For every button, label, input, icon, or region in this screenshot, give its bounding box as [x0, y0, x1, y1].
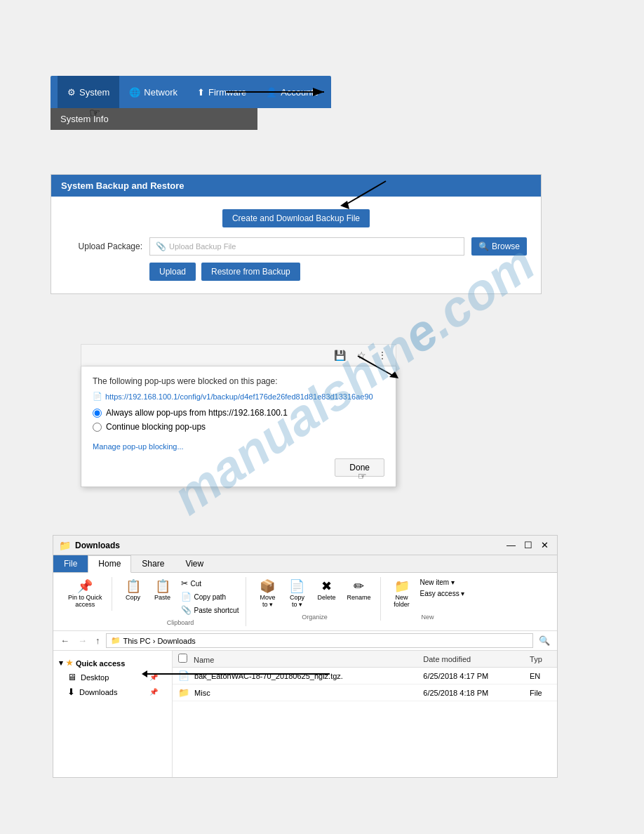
forward-btn[interactable]: →: [75, 634, 90, 647]
move-icon: 📦: [260, 580, 275, 593]
tab-view[interactable]: View: [175, 555, 214, 572]
search-files-btn[interactable]: 🔍: [536, 634, 553, 647]
col-modified-header[interactable]: Date modified: [417, 651, 524, 668]
file-row-0[interactable]: 📄 bak_EatonWAC-18-70_20180625_hglz.tgz. …: [173, 668, 557, 684]
quick-access-section: ▾ ★ Quick access 🖥 Desktop 📌 ⬇ Downloads…: [53, 655, 172, 701]
quick-access-header[interactable]: ▾ ★ Quick access: [53, 656, 172, 670]
backup-section-body: Create and Download Backup File Upload P…: [51, 197, 541, 293]
manage-popup-link[interactable]: Manage pop-up blocking...: [93, 442, 184, 451]
clipboard-small-btns: ✂ Cut 📄 Copy path 📎 Paste shortcut: [178, 577, 242, 616]
tab-share[interactable]: Share: [131, 555, 175, 572]
explorer-title: Downloads: [75, 541, 120, 550]
tab-home[interactable]: Home: [88, 555, 131, 573]
organize-group-label: Organize: [302, 614, 328, 621]
copy-to-btn[interactable]: 📄 Copyto ▾: [283, 577, 311, 611]
pin-to-quick-access-btn[interactable]: 📌 Pin to Quickaccess: [63, 577, 107, 611]
more-options-icon[interactable]: ⋮: [375, 348, 390, 362]
option-continue-blocking[interactable]: Continue blocking pop-ups: [93, 422, 384, 432]
paste-icon: 📋: [155, 580, 170, 593]
popup-link[interactable]: 📄 https://192.168.100.1/config/v1/backup…: [93, 392, 384, 401]
new-small-btns: New item ▾ Easy access ▾: [417, 577, 468, 599]
easy-access-btn[interactable]: Easy access ▾: [417, 588, 468, 599]
upload-input-field[interactable]: 📎 Upload Backup File: [149, 237, 464, 256]
backup-section-header: System Backup and Restore: [51, 175, 541, 197]
maximize-btn[interactable]: ☐: [521, 540, 535, 550]
backup-restore-section: System Backup and Restore Create and Dow…: [51, 174, 542, 294]
file-modified-1: 6/25/2018 4:18 PM: [417, 684, 524, 701]
sidebar-item-desktop[interactable]: 🖥 Desktop 📌: [53, 670, 172, 684]
copy-path-icon: 📄: [181, 592, 192, 602]
pin-indicator-desktop: 📌: [149, 673, 158, 681]
popup-footer: Done: [93, 458, 384, 477]
network-icon: 🌐: [129, 87, 140, 98]
ribbon-tabs: File Home Share View: [53, 555, 557, 573]
browse-btn[interactable]: 🔍 Browse: [471, 237, 527, 256]
nav-item-firmware[interactable]: ⬆ Firmware: [187, 76, 256, 108]
popup-options: Always allow pop-ups from https://192.16…: [93, 408, 384, 432]
desktop-icon: 🖥: [67, 672, 76, 682]
file-list-area: ▾ ★ Quick access 🖥 Desktop 📌 ⬇ Downloads…: [53, 651, 557, 777]
clipboard-group-label: Clipboard: [167, 619, 194, 626]
save-page-icon[interactable]: 💾: [331, 348, 349, 362]
upload-btn[interactable]: Upload: [149, 263, 196, 281]
close-btn[interactable]: ✕: [538, 540, 551, 550]
move-to-btn[interactable]: 📦 Moveto ▾: [253, 577, 281, 611]
file-explorer-section: 📁 Downloads — ☐ ✕ File Home Share View 📌: [53, 535, 558, 778]
file-row-1[interactable]: 📁 Misc 6/25/2018 4:18 PM File: [173, 684, 557, 701]
upload-row: Upload Package: 📎 Upload Backup File 🔍 B…: [65, 237, 527, 256]
create-download-backup-btn[interactable]: Create and Download Backup File: [222, 209, 370, 227]
action-buttons-row: Upload Restore from Backup: [149, 263, 527, 281]
file-icon-0: 📄: [178, 670, 189, 681]
file-modified-0: 6/25/2018 4:17 PM: [417, 668, 524, 684]
select-all-checkbox[interactable]: [178, 654, 187, 663]
cut-btn[interactable]: ✂ Cut: [178, 577, 242, 590]
option-always-allow[interactable]: Always allow pop-ups from https://192.16…: [93, 408, 384, 418]
search-icon: 🔍: [478, 241, 489, 251]
file-name-1: 📁 Misc: [173, 684, 417, 701]
address-bar: ← → ↑ 📁 This PC › Downloads 🔍: [53, 631, 557, 651]
gear-icon: ⚙: [67, 87, 76, 98]
up-btn[interactable]: ↑: [93, 634, 103, 647]
nav-item-system[interactable]: ⚙ System: [58, 76, 119, 108]
tab-file[interactable]: File: [53, 555, 88, 572]
col-name-header[interactable]: Name: [173, 651, 417, 668]
file-icon: 📄: [93, 392, 102, 401]
file-main-area: Name Date modified Typ 📄: [173, 651, 557, 777]
nav-item-network[interactable]: 🌐 Network: [119, 76, 187, 108]
copy-icon: 📋: [126, 580, 141, 593]
back-btn[interactable]: ←: [58, 634, 72, 647]
address-path-bar[interactable]: 📁 This PC › Downloads: [106, 633, 534, 648]
radio-continue-blocking[interactable]: [93, 423, 102, 432]
popup-block: The following pop-ups were blocked on th…: [81, 366, 396, 487]
new-folder-btn[interactable]: 📁 Newfolder: [388, 577, 416, 611]
paste-btn[interactable]: 📋 Paste: [149, 577, 177, 604]
upload-placeholder: Upload Backup File: [169, 242, 236, 251]
pin-label: Pin to Quickaccess: [68, 594, 102, 608]
copy-path-btn[interactable]: 📄 Copy path: [178, 590, 242, 603]
cursor-done: ☞: [358, 470, 367, 482]
copy-btn[interactable]: 📋 Copy: [119, 577, 147, 604]
rename-btn[interactable]: ✏ Rename: [342, 577, 375, 604]
ribbon-group-new: 📁 Newfolder New item ▾ Easy access ▾ New: [384, 577, 472, 621]
file-name-0: 📄 bak_EatonWAC-18-70_20180625_hglz.tgz.: [173, 668, 417, 684]
minimize-btn[interactable]: —: [504, 540, 518, 550]
sidebar-item-downloads[interactable]: ⬇ Downloads 📌: [53, 684, 172, 699]
rename-icon: ✏: [354, 580, 364, 593]
delete-btn[interactable]: ✖ Delete: [312, 577, 340, 604]
star-icon: ★: [66, 658, 73, 668]
downloads-icon: ⬇: [67, 687, 75, 697]
folder-icon-small: 📁: [111, 636, 121, 645]
nav-item-accounts[interactable]: 👤 Accounts: [256, 76, 328, 108]
paste-shortcut-btn[interactable]: 📎 Paste shortcut: [178, 604, 242, 616]
bookmark-icon[interactable]: ☆: [354, 348, 369, 362]
radio-always-allow[interactable]: [93, 409, 102, 418]
upload-label: Upload Package:: [65, 241, 142, 251]
col-type-header[interactable]: Typ: [524, 651, 557, 668]
new-item-btn[interactable]: New item ▾: [417, 577, 468, 588]
ribbon-group-organize: 📦 Moveto ▾ 📄 Copyto ▾ ✖ Delete ✏ Rename …: [249, 577, 380, 621]
restore-btn[interactable]: Restore from Backup: [201, 263, 300, 281]
accounts-icon: 👤: [266, 87, 277, 98]
system-info-bar[interactable]: System Info: [51, 108, 257, 130]
delete-icon: ✖: [321, 580, 332, 593]
paste-shortcut-icon: 📎: [181, 605, 192, 615]
